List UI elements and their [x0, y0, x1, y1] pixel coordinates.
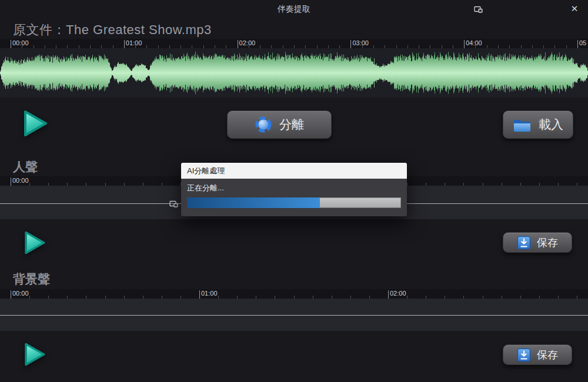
ai-progress-dialog: AI分離處理 正在分離...	[181, 163, 407, 216]
folder-icon	[513, 117, 532, 133]
window-title: 伴奏提取	[0, 4, 588, 15]
background-section-label: 背景聲	[13, 271, 50, 287]
vocals-marker-icon	[169, 199, 178, 210]
picture-in-picture-icon	[474, 5, 483, 15]
download-box-icon	[517, 236, 531, 250]
play-icon	[21, 108, 49, 139]
load-button-label: 載入	[539, 116, 563, 133]
play-icon	[22, 229, 47, 256]
progress-bar	[187, 197, 401, 208]
close-button[interactable]: ✕	[567, 2, 582, 15]
dialog-title: AI分離處理	[181, 163, 407, 179]
vocals-section-label: 人聲	[13, 159, 38, 175]
progress-bar-fill	[187, 197, 320, 208]
source-time-ruler[interactable]: 00:0001:0002:0003:0004:0005	[0, 39, 588, 48]
separate-button-label: 分離	[279, 116, 304, 133]
background-track[interactable]	[0, 299, 588, 331]
dialog-status-text: 正在分離...	[187, 183, 224, 193]
separate-button[interactable]: 分離	[227, 110, 332, 139]
background-track-baseline	[0, 315, 588, 316]
app-window: 伴奏提取 ✕ 原文件：The Greatest Show.mp3 00:0001…	[0, 0, 588, 382]
play-source-button[interactable]	[21, 108, 49, 140]
play-background-button[interactable]	[22, 341, 47, 370]
source-file-label: 原文件：The Greatest Show.mp3	[13, 21, 212, 39]
titlebar: 伴奏提取 ✕	[0, 0, 588, 18]
save-vocals-button[interactable]: 保存	[503, 232, 572, 253]
save-background-label: 保存	[537, 348, 558, 362]
save-background-button[interactable]: 保存	[503, 344, 572, 365]
source-waveform[interactable]	[0, 48, 588, 98]
source-waveform-canvas[interactable]	[0, 48, 588, 98]
play-vocals-button[interactable]	[22, 229, 47, 258]
download-box-icon	[517, 348, 531, 362]
load-button[interactable]: 載入	[503, 110, 573, 139]
background-time-ruler[interactable]: 00:0001:0002:00	[0, 289, 588, 299]
ai-sphere-icon	[255, 116, 272, 133]
play-icon	[22, 341, 47, 368]
save-vocals-label: 保存	[537, 236, 558, 250]
